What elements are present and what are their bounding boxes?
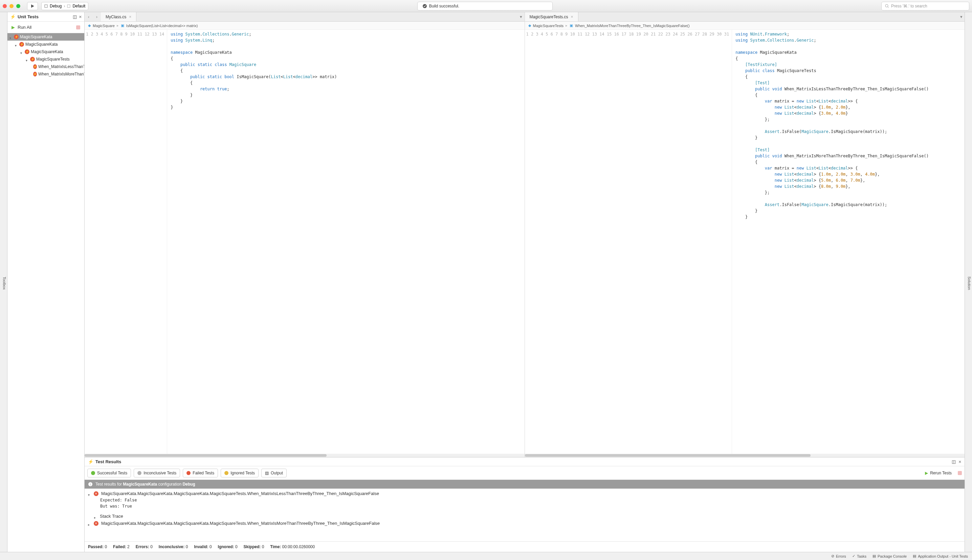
tab-overflow-icon[interactable]: ▾	[958, 14, 965, 19]
unit-tests-panel: ⚡ Unit Tests ◫ × ▶ Run All ⚡ MagicSquare…	[7, 12, 85, 552]
results-info-bar: i Test results for MagicSquareKata confi…	[85, 480, 965, 488]
tree-assembly[interactable]: ⚡ MagicSquareKata	[7, 48, 84, 55]
editor-tab[interactable]: MagicSquareTests.cs ×	[525, 12, 579, 21]
method-icon: ▣	[121, 23, 124, 28]
filter-inconclusive[interactable]: Inconclusive Tests	[134, 468, 180, 477]
result-row[interactable]: ✕ MagicSquareKata.MagicSquareKata.MagicS…	[85, 490, 965, 497]
svg-text:i: i	[90, 483, 91, 486]
package-console-pad[interactable]: ▤Package Console	[872, 554, 907, 558]
result-row[interactable]: ✕ MagicSquareKata.MagicSquareKata.MagicS…	[85, 520, 965, 527]
stop-icon[interactable]	[76, 25, 80, 30]
output-button[interactable]: ▤Output	[261, 468, 287, 477]
class-icon: ◆	[528, 23, 531, 28]
terminal-icon: ▤	[913, 554, 916, 558]
code-editor[interactable]: using System.Collections.Generic; using …	[167, 30, 524, 454]
editor-tab[interactable]: MyClass.cs ×	[101, 12, 137, 21]
method-icon: ▣	[570, 23, 573, 28]
close-window-icon[interactable]	[3, 4, 7, 8]
chevron-down-icon[interactable]	[88, 492, 91, 495]
run-config-selector[interactable]: Debug › Default	[41, 2, 88, 10]
breadcrumb-item[interactable]: MagicSquare	[93, 24, 115, 28]
unit-tests-header: ⚡ Unit Tests ◫ ×	[7, 12, 84, 22]
code-editor[interactable]: using NUnit.Framework; using System.Coll…	[732, 30, 965, 454]
tree-namespace[interactable]: ⚡ MagicSquareKata	[7, 41, 84, 48]
target-label: Default	[72, 4, 85, 8]
nav-forward-button[interactable]: ›	[93, 14, 101, 19]
play-icon: ▶	[12, 25, 15, 30]
line-gutter[interactable]: 1 2 3 4 5 6 7 8 9 10 11 12 13 14 15 16 1…	[525, 30, 732, 454]
tree-fixture[interactable]: ⚡ MagicSquareTests	[7, 55, 84, 63]
result-detail: But was: True	[85, 503, 965, 509]
test-tree[interactable]: ⚡ MagicSquareKata ⚡ MagicSquareKata ⚡ Ma…	[7, 33, 84, 552]
minimize-window-icon[interactable]	[10, 4, 13, 8]
tree-test[interactable]: ⚡ When_MatrixIsMoreThanThreeByThree_Then…	[7, 70, 84, 78]
close-tab-icon[interactable]: ×	[129, 15, 131, 19]
toolbox-tab[interactable]: Toolbox	[2, 275, 7, 292]
svg-rect-1	[67, 5, 70, 7]
svg-line-4	[888, 7, 889, 8]
results-list[interactable]: ✕ MagicSquareKata.MagicSquareKata.MagicS…	[85, 488, 965, 542]
chevron-down-icon[interactable]	[15, 43, 18, 46]
chevron-right-icon: ▸	[117, 23, 119, 28]
window-controls	[3, 4, 20, 8]
check-icon: ✓	[852, 554, 855, 558]
horizontal-scrollbar[interactable]	[85, 454, 525, 457]
check-circle-icon	[422, 4, 427, 8]
global-search[interactable]: Press '⌘.' to search	[881, 2, 969, 10]
lightning-icon: ⚡	[10, 14, 15, 19]
horizontal-scrollbar[interactable]	[525, 454, 965, 457]
app-output-pad[interactable]: ▤Application Output - Unit Tests	[913, 554, 968, 558]
close-icon[interactable]: ×	[79, 14, 82, 19]
class-icon: ◆	[88, 23, 91, 28]
line-gutter[interactable]: 1 2 3 4 5 6 7 8 9 10 11 12 13 14	[85, 30, 167, 454]
zoom-window-icon[interactable]	[16, 4, 20, 8]
stop-icon[interactable]	[958, 471, 962, 475]
svg-rect-0	[45, 5, 47, 7]
fail-badge-icon: ⚡	[25, 49, 30, 54]
tasks-pad[interactable]: ✓Tasks	[852, 554, 866, 558]
build-status-text: Build successful.	[429, 4, 459, 8]
breadcrumb-item[interactable]: IsMagicSquare(List<List<decimal>> matrix…	[126, 24, 198, 28]
play-icon: ▶	[925, 471, 928, 475]
editor-pane-right: MagicSquareTests.cs × ▾ ◆ MagicSquareTes…	[525, 12, 965, 457]
tree-label: MagicSquareKata	[31, 49, 63, 54]
filter-successful[interactable]: Successful Tests	[87, 468, 131, 477]
breadcrumb[interactable]: ◆ MagicSquare ▸ ▣ IsMagicSquare(List<Lis…	[85, 22, 525, 30]
close-icon[interactable]: ×	[959, 459, 961, 464]
run-button[interactable]	[27, 2, 38, 10]
stack-trace-label: Stack Trace	[100, 513, 123, 519]
toolbar: Debug › Default Build successful. Press …	[0, 0, 972, 12]
chevron-down-icon[interactable]	[20, 50, 23, 53]
breadcrumb[interactable]: ◆ MagicSquareTests ▸ ▣ When_MatrixIsMore…	[525, 22, 965, 30]
run-all-row[interactable]: ▶ Run All	[7, 22, 84, 33]
tree-label: When_MatrixIsLessThanThreeByThree_Then_I…	[38, 64, 84, 69]
info-text: Test results for MagicSquareKata configu…	[95, 482, 195, 487]
panel-title: Test Results	[95, 459, 121, 464]
chevron-down-icon[interactable]	[26, 58, 29, 61]
close-tab-icon[interactable]: ×	[571, 15, 574, 19]
result-filters: Successful Tests Inconclusive Tests Fail…	[85, 466, 965, 480]
tree-test[interactable]: ⚡ When_MatrixIsLessThanThreeByThree_Then…	[7, 63, 84, 70]
errors-pad[interactable]: ⊘Errors	[831, 554, 846, 558]
chevron-down-icon[interactable]	[10, 35, 13, 38]
tree-root[interactable]: ⚡ MagicSquareKata	[7, 33, 84, 41]
tab-overflow-icon[interactable]: ▾	[518, 14, 525, 19]
stack-trace-row[interactable]: Stack Trace	[85, 513, 965, 520]
results-summary: Passed: 0 Failed: 2 Errors: 0 Inconclusi…	[85, 542, 965, 552]
filter-failed[interactable]: Failed Tests	[183, 468, 218, 477]
fail-badge-icon: ✕	[94, 521, 98, 526]
breadcrumb-item[interactable]: MagicSquareTests	[533, 24, 564, 28]
filter-ignored[interactable]: Ignored Tests	[221, 468, 258, 477]
test-results-panel: ⚡ Test Results ◫ × Successful Tests Inco…	[85, 457, 965, 552]
rerun-tests-button[interactable]: ▶Rerun Tests	[922, 468, 955, 477]
chevron-right-icon[interactable]	[94, 515, 97, 518]
svg-point-3	[885, 4, 888, 7]
chevron-right-icon: ▸	[565, 23, 568, 28]
dock-icon[interactable]: ◫	[73, 14, 77, 19]
solution-tab[interactable]: Solution	[967, 274, 972, 292]
nav-back-button[interactable]: ‹	[85, 14, 93, 19]
chevron-right-icon[interactable]	[88, 522, 91, 525]
breadcrumb-item[interactable]: When_MatrixIsMoreThanThreeByThree_Then_I…	[575, 24, 690, 28]
dock-icon[interactable]: ◫	[952, 459, 956, 464]
lightning-icon: ⚡	[88, 459, 93, 464]
